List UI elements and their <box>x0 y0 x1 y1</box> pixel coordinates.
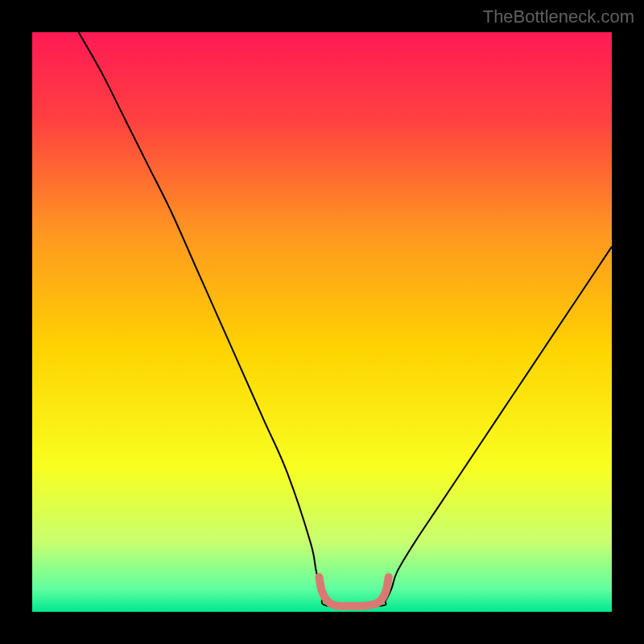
chart-canvas <box>0 0 644 644</box>
chart-background <box>32 32 612 612</box>
bottleneck-chart: TheBottleneck.com <box>0 0 644 644</box>
watermark-text: TheBottleneck.com <box>483 6 634 27</box>
